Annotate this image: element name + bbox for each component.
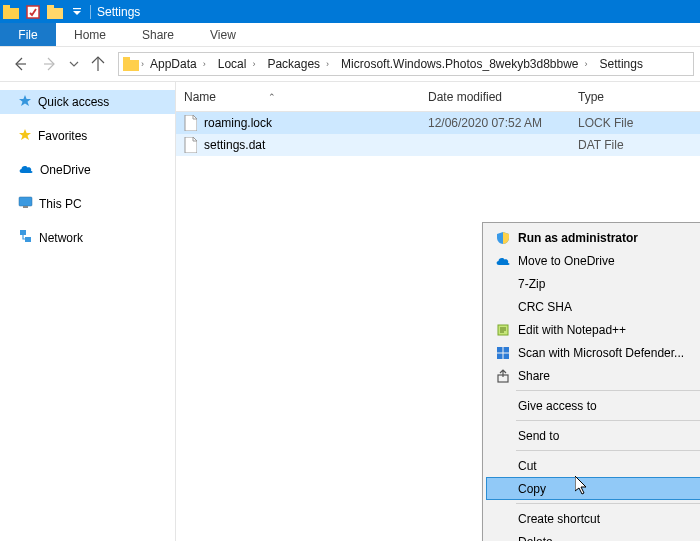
context-menu-separator bbox=[516, 390, 700, 391]
ctx-share[interactable]: Share bbox=[486, 364, 700, 387]
sidebar-item-network[interactable]: Network bbox=[0, 226, 175, 250]
ctx-label: Scan with Microsoft Defender... bbox=[514, 346, 700, 360]
tab-share[interactable]: Share bbox=[124, 23, 192, 46]
sidebar-item-favorites[interactable]: Favorites bbox=[0, 124, 175, 148]
file-type: DAT File bbox=[578, 138, 700, 152]
sidebar-label: OneDrive bbox=[40, 163, 91, 177]
context-menu-separator bbox=[516, 420, 700, 421]
chevron-right-icon[interactable]: › bbox=[585, 59, 588, 69]
ctx-crc-sha[interactable]: CRC SHA ❯ bbox=[486, 295, 700, 318]
chevron-right-icon[interactable]: › bbox=[203, 59, 206, 69]
ctx-label: Edit with Notepad++ bbox=[514, 323, 700, 337]
svg-rect-9 bbox=[23, 206, 28, 208]
qat-dropdown-icon[interactable] bbox=[66, 1, 88, 23]
ctx-label: Copy bbox=[514, 482, 700, 496]
address-bar[interactable]: › AppData› Local› Packages› Microsoft.Wi… bbox=[118, 52, 694, 76]
svg-rect-0 bbox=[3, 8, 19, 19]
title-bar: Settings bbox=[0, 0, 700, 23]
breadcrumb-label: Local bbox=[218, 57, 247, 71]
ribbon-tabs: File Home Share View bbox=[0, 23, 700, 47]
ctx-move-to-onedrive[interactable]: Move to OneDrive bbox=[486, 249, 700, 272]
column-header-type[interactable]: Type bbox=[578, 90, 700, 104]
svg-rect-16 bbox=[504, 353, 510, 359]
forward-button[interactable] bbox=[36, 50, 64, 78]
recent-locations-button[interactable] bbox=[66, 50, 82, 78]
sidebar-item-onedrive[interactable]: OneDrive bbox=[0, 158, 175, 182]
ctx-send-to[interactable]: Send to ❯ bbox=[486, 424, 700, 447]
file-icon bbox=[182, 137, 198, 153]
file-row[interactable]: roaming.lock 12/06/2020 07:52 AM LOCK Fi… bbox=[176, 112, 700, 134]
svg-rect-8 bbox=[19, 197, 32, 206]
sidebar-item-this-pc[interactable]: This PC bbox=[0, 192, 175, 216]
quick-access-toolbar bbox=[0, 0, 88, 23]
column-header-date[interactable]: Date modified bbox=[428, 90, 578, 104]
ctx-label: Send to bbox=[514, 429, 700, 443]
properties-icon[interactable] bbox=[22, 1, 44, 23]
ctx-copy[interactable]: Copy bbox=[486, 477, 700, 500]
breadcrumb-item[interactable]: Settings bbox=[594, 57, 649, 71]
svg-rect-14 bbox=[504, 347, 510, 353]
ctx-label: Delete bbox=[514, 535, 700, 542]
breadcrumb-label: AppData bbox=[150, 57, 197, 71]
breadcrumb-item[interactable]: Local› bbox=[212, 57, 262, 71]
column-headers: Name ⌃ Date modified Type bbox=[176, 82, 700, 112]
ctx-run-as-admin[interactable]: Run as administrator bbox=[486, 226, 700, 249]
ctx-cut[interactable]: Cut bbox=[486, 454, 700, 477]
ctx-label: Give access to bbox=[514, 399, 700, 413]
tab-file[interactable]: File bbox=[0, 23, 56, 46]
tab-view[interactable]: View bbox=[192, 23, 254, 46]
star-icon bbox=[18, 94, 32, 111]
ctx-delete[interactable]: Delete bbox=[486, 530, 700, 541]
context-menu-separator bbox=[516, 503, 700, 504]
sidebar-label: This PC bbox=[39, 197, 82, 211]
new-folder-icon[interactable] bbox=[44, 1, 66, 23]
back-button[interactable] bbox=[6, 50, 34, 78]
svg-rect-7 bbox=[123, 57, 130, 61]
context-menu-separator bbox=[516, 450, 700, 451]
svg-rect-3 bbox=[47, 8, 63, 19]
shield-icon bbox=[492, 229, 514, 247]
ctx-label: Create shortcut bbox=[514, 512, 700, 526]
file-date: 12/06/2020 07:52 AM bbox=[428, 116, 578, 130]
chevron-right-icon[interactable]: › bbox=[252, 59, 255, 69]
window-title: Settings bbox=[93, 5, 140, 19]
body: Quick access Favorites OneDrive This PC bbox=[0, 81, 700, 541]
up-button[interactable] bbox=[84, 50, 112, 78]
navigation-pane: Quick access Favorites OneDrive This PC bbox=[0, 82, 176, 541]
column-header-name[interactable]: Name ⌃ bbox=[182, 90, 428, 104]
ctx-edit-notepadpp[interactable]: Edit with Notepad++ bbox=[486, 318, 700, 341]
file-name: roaming.lock bbox=[204, 116, 272, 130]
defender-icon bbox=[492, 344, 514, 362]
file-list-pane: Name ⌃ Date modified Type roaming.lock 1… bbox=[176, 82, 700, 541]
file-icon bbox=[182, 115, 198, 131]
sidebar-item-quick-access[interactable]: Quick access bbox=[0, 90, 175, 114]
breadcrumb-label: Microsoft.Windows.Photos_8wekyb3d8bbwe bbox=[341, 57, 578, 71]
chevron-right-icon[interactable]: › bbox=[326, 59, 329, 69]
context-menu: Run as administrator Move to OneDrive 7-… bbox=[482, 222, 700, 541]
titlebar-divider bbox=[90, 5, 91, 19]
nav-row: › AppData› Local› Packages› Microsoft.Wi… bbox=[0, 47, 700, 81]
sidebar-label: Favorites bbox=[38, 129, 87, 143]
file-type: LOCK File bbox=[578, 116, 700, 130]
ctx-give-access-to[interactable]: Give access to ❯ bbox=[486, 394, 700, 417]
sidebar-label: Network bbox=[39, 231, 83, 245]
file-row[interactable]: settings.dat DAT File bbox=[176, 134, 700, 156]
ctx-label: Cut bbox=[514, 459, 700, 473]
ctx-create-shortcut[interactable]: Create shortcut bbox=[486, 507, 700, 530]
breadcrumb-item[interactable]: AppData› bbox=[144, 57, 212, 71]
ctx-label: Share bbox=[514, 369, 700, 383]
breadcrumb-label: Settings bbox=[600, 57, 643, 71]
svg-rect-1 bbox=[3, 5, 10, 9]
tab-home[interactable]: Home bbox=[56, 23, 124, 46]
ctx-label: Run as administrator bbox=[514, 231, 700, 245]
breadcrumb-item[interactable]: Microsoft.Windows.Photos_8wekyb3d8bbwe› bbox=[335, 57, 593, 71]
file-name: settings.dat bbox=[204, 138, 265, 152]
ctx-scan-defender[interactable]: Scan with Microsoft Defender... bbox=[486, 341, 700, 364]
sidebar-label: Quick access bbox=[38, 95, 109, 109]
ctx-7zip[interactable]: 7-Zip ❯ bbox=[486, 272, 700, 295]
address-folder-icon bbox=[121, 54, 141, 74]
breadcrumb-label: Packages bbox=[267, 57, 320, 71]
breadcrumb-item[interactable]: Packages› bbox=[261, 57, 335, 71]
ctx-label: 7-Zip bbox=[514, 277, 700, 291]
folder-icon[interactable] bbox=[0, 1, 22, 23]
